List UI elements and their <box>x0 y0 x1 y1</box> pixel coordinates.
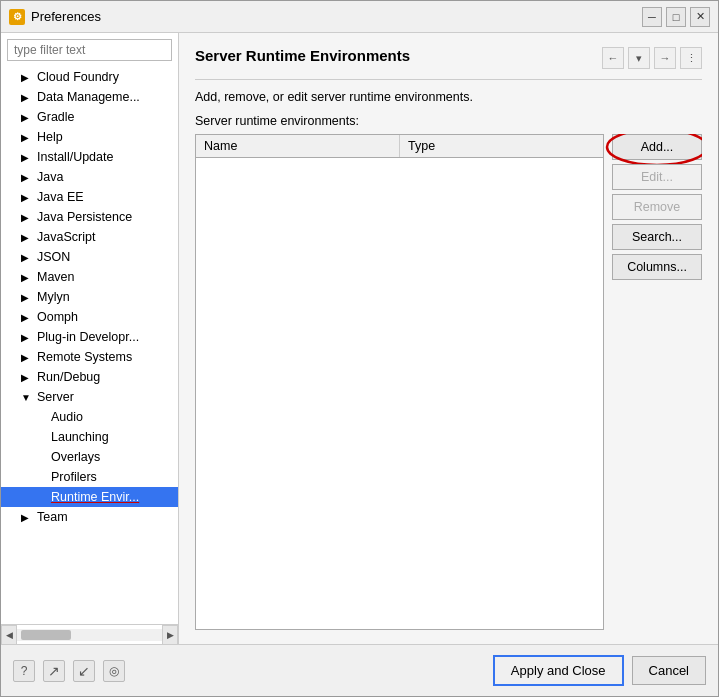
sidebar-item-java-ee[interactable]: ▶Java EE <box>1 187 178 207</box>
footer-left: ? ↗ ↙ ◎ <box>13 660 125 682</box>
filter-input[interactable] <box>7 39 172 61</box>
sidebar-item-audio[interactable]: Audio <box>1 407 178 427</box>
sidebar: ▶Cloud Foundry▶Data Manageme...▶Gradle▶H… <box>1 33 179 644</box>
window-icon: ⚙ <box>9 9 25 25</box>
columns-button[interactable]: Columns... <box>612 254 702 280</box>
arrow-icon: ▶ <box>21 312 33 323</box>
sidebar-item-mylyn[interactable]: ▶Mylyn <box>1 287 178 307</box>
arrow-icon: ▼ <box>21 392 33 403</box>
arrow-icon: ▶ <box>21 512 33 523</box>
column-name: Name <box>196 135 400 157</box>
arrow-icon: ▶ <box>21 332 33 343</box>
sidebar-item-maven[interactable]: ▶Maven <box>1 267 178 287</box>
table-body[interactable] <box>196 158 603 629</box>
sidebar-scroll-bottom: ◀ ▶ <box>1 624 178 644</box>
table-and-buttons: Name Type Add... Edit... Remove <box>195 134 702 630</box>
sidebar-item-data-management[interactable]: ▶Data Manageme... <box>1 87 178 107</box>
preferences-window: ⚙ Preferences ─ □ ✕ ▶Cloud Foundry▶Data … <box>0 0 719 697</box>
sidebar-item-launching[interactable]: Launching <box>1 427 178 447</box>
scroll-right-arrow[interactable]: ▶ <box>162 625 178 645</box>
search-button[interactable]: Search... <box>612 224 702 250</box>
add-button-wrapper: Add... <box>612 134 702 160</box>
arrow-icon: ▶ <box>21 92 33 103</box>
arrow-icon: ▶ <box>21 292 33 303</box>
window-title: Preferences <box>31 9 642 24</box>
sidebar-item-java-persistence[interactable]: ▶Java Persistence <box>1 207 178 227</box>
arrow-icon: ▶ <box>21 372 33 383</box>
horizontal-scrollbar[interactable] <box>17 629 162 641</box>
settings-icon[interactable]: ◎ <box>103 660 125 682</box>
footer: ? ↗ ↙ ◎ Apply and Close Cancel <box>1 644 718 696</box>
sidebar-item-gradle[interactable]: ▶Gradle <box>1 107 178 127</box>
arrow-icon: ▶ <box>21 192 33 203</box>
apply-close-button[interactable]: Apply and Close <box>493 655 624 686</box>
description-text: Add, remove, or edit server runtime envi… <box>195 90 702 104</box>
content-area: Server Runtime Environments ← ▾ → ⋮ Add,… <box>179 33 718 644</box>
sidebar-item-cloud-foundry[interactable]: ▶Cloud Foundry <box>1 67 178 87</box>
side-buttons: Add... Edit... Remove Search... Columns.… <box>612 134 702 630</box>
more-button[interactable]: ⋮ <box>680 47 702 69</box>
sidebar-item-run-debug[interactable]: ▶Run/Debug <box>1 367 178 387</box>
arrow-icon: ▶ <box>21 72 33 83</box>
back-dropdown-button[interactable]: ▾ <box>628 47 650 69</box>
sidebar-item-remote-systems[interactable]: ▶Remote Systems <box>1 347 178 367</box>
help-icon[interactable]: ? <box>13 660 35 682</box>
arrow-icon: ▶ <box>21 152 33 163</box>
title-bar: ⚙ Preferences ─ □ ✕ <box>1 1 718 33</box>
remove-button[interactable]: Remove <box>612 194 702 220</box>
sidebar-item-team[interactable]: ▶Team <box>1 507 178 527</box>
content-toolbar: ← ▾ → ⋮ <box>602 47 702 69</box>
window-controls: ─ □ ✕ <box>642 7 710 27</box>
sidebar-item-javascript[interactable]: ▶JavaScript <box>1 227 178 247</box>
sidebar-item-install-update[interactable]: ▶Install/Update <box>1 147 178 167</box>
sidebar-item-plug-in-development[interactable]: ▶Plug-in Developr... <box>1 327 178 347</box>
minimize-button[interactable]: ─ <box>642 7 662 27</box>
sidebar-item-runtime-environments[interactable]: Runtime Envir... <box>1 487 178 507</box>
sidebar-scroll: ▶Cloud Foundry▶Data Manageme...▶Gradle▶H… <box>1 67 178 624</box>
arrow-icon: ▶ <box>21 132 33 143</box>
forward-button[interactable]: → <box>654 47 676 69</box>
edit-button[interactable]: Edit... <box>612 164 702 190</box>
arrow-icon: ▶ <box>21 172 33 183</box>
arrow-icon: ▶ <box>21 272 33 283</box>
sidebar-item-json[interactable]: ▶JSON <box>1 247 178 267</box>
maximize-button[interactable]: □ <box>666 7 686 27</box>
sidebar-item-java[interactable]: ▶Java <box>1 167 178 187</box>
arrow-icon: ▶ <box>21 232 33 243</box>
export-icon[interactable]: ↗ <box>43 660 65 682</box>
add-button[interactable]: Add... <box>612 134 702 160</box>
arrow-icon: ▶ <box>21 252 33 263</box>
arrow-icon: ▶ <box>21 112 33 123</box>
main-content: ▶Cloud Foundry▶Data Manageme...▶Gradle▶H… <box>1 33 718 644</box>
sidebar-item-overlays[interactable]: Overlays <box>1 447 178 467</box>
close-button[interactable]: ✕ <box>690 7 710 27</box>
footer-right: Apply and Close Cancel <box>493 655 706 686</box>
env-label: Server runtime environments: <box>195 114 702 128</box>
arrow-icon: ▶ <box>21 212 33 223</box>
sidebar-item-profilers[interactable]: Profilers <box>1 467 178 487</box>
table-header: Name Type <box>196 135 603 158</box>
scrollbar-thumb <box>21 630 71 640</box>
sidebar-item-server[interactable]: ▼Server <box>1 387 178 407</box>
content-title: Server Runtime Environments <box>195 47 410 64</box>
back-button[interactable]: ← <box>602 47 624 69</box>
arrow-icon: ▶ <box>21 352 33 363</box>
sidebar-item-help[interactable]: ▶Help <box>1 127 178 147</box>
runtime-table: Name Type <box>195 134 604 630</box>
cancel-button[interactable]: Cancel <box>632 656 706 685</box>
scroll-left-arrow[interactable]: ◀ <box>1 625 17 645</box>
column-type: Type <box>400 135 603 157</box>
sidebar-item-oomph[interactable]: ▶Oomph <box>1 307 178 327</box>
import-icon[interactable]: ↙ <box>73 660 95 682</box>
